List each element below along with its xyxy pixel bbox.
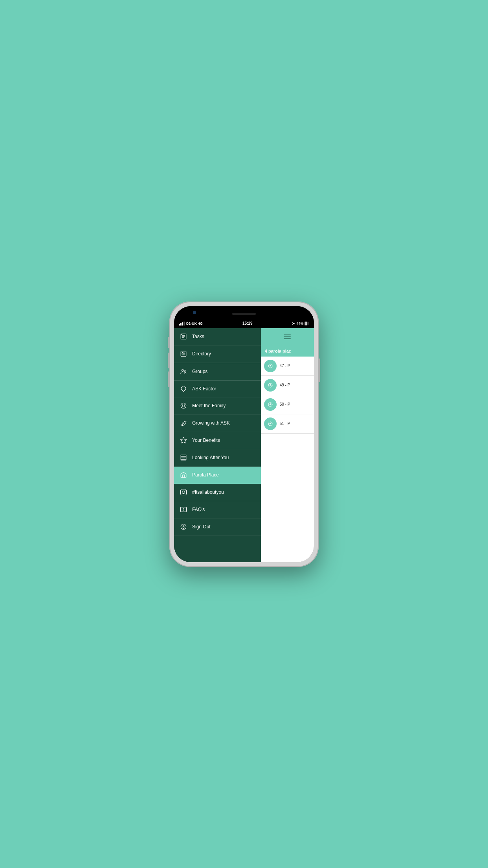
parola-item-4[interactable]: 51 - P bbox=[261, 414, 314, 434]
time-label: 15:29 bbox=[242, 321, 253, 326]
sidebar-item-your-benefits[interactable]: Your Benefits bbox=[174, 432, 261, 449]
instagram-icon bbox=[180, 488, 187, 496]
svg-point-12 bbox=[181, 403, 186, 408]
status-left: O2-UK 4G bbox=[179, 322, 203, 326]
location-icon: ➤ bbox=[292, 322, 295, 326]
phone-screen: O2-UK 4G 15:29 ➤ 44% ▓░ Tasks bbox=[174, 306, 314, 562]
sidebar-item-label: Sign Out bbox=[192, 524, 211, 530]
parola-avatar-1 bbox=[264, 360, 277, 372]
hamburger-line-3 bbox=[284, 338, 291, 339]
status-bar: O2-UK 4G 15:29 ➤ 44% ▓░ bbox=[174, 319, 314, 328]
right-panel: 4 parola plac bbox=[261, 328, 314, 562]
sidebar-item-directory[interactable]: Directory bbox=[174, 346, 261, 363]
parola-item-3[interactable]: 50 - P bbox=[261, 395, 314, 414]
sidebar-item-label: Your Benefits bbox=[192, 438, 220, 443]
parola-banner: 4 parola plac bbox=[261, 346, 314, 357]
right-panel-header bbox=[261, 328, 314, 346]
right-panel-content: 4 parola plac bbox=[261, 346, 314, 562]
sidebar-item-label: Parola Place bbox=[192, 472, 219, 478]
directory-icon bbox=[180, 350, 187, 358]
hamburger-button[interactable] bbox=[284, 335, 291, 339]
svg-point-14 bbox=[184, 405, 185, 406]
tasks-icon bbox=[180, 333, 187, 340]
hamburger-line-2 bbox=[284, 337, 291, 337]
carrier-label: O2-UK bbox=[186, 322, 197, 326]
parola-avatar-2 bbox=[264, 379, 277, 392]
sidebar-item-meet-family[interactable]: Meet the Family bbox=[174, 397, 261, 415]
sidebar-item-label: Directory bbox=[192, 351, 211, 357]
sidebar-item-faqs[interactable]: FAQ's bbox=[174, 501, 261, 519]
heart-icon bbox=[180, 385, 187, 393]
book-icon bbox=[180, 454, 187, 462]
svg-point-22 bbox=[182, 491, 185, 494]
sidebar-item-label: Looking After You bbox=[192, 455, 229, 460]
sidebar-item-label: Meet the Family bbox=[192, 403, 226, 408]
sidebar-item-label: ASK Factor bbox=[192, 386, 216, 392]
groups-icon bbox=[180, 368, 187, 375]
parola-item-label-1: 47 - P bbox=[280, 364, 290, 368]
home-icon bbox=[180, 471, 187, 479]
parola-item-label-2: 49 - P bbox=[280, 383, 290, 387]
sidebar-item-label: Groups bbox=[192, 369, 207, 374]
svg-rect-5 bbox=[181, 351, 186, 357]
parola-list: 47 - P bbox=[261, 357, 314, 434]
faq-icon bbox=[180, 506, 187, 513]
leaf-icon bbox=[180, 419, 187, 427]
sidebar-item-sign-out[interactable]: Sign Out bbox=[174, 519, 261, 536]
star-icon bbox=[180, 436, 187, 444]
parola-item-label-4: 51 - P bbox=[280, 421, 290, 426]
parola-avatar-3 bbox=[264, 398, 277, 411]
sidebar-item-groups[interactable]: Groups bbox=[174, 363, 261, 380]
signal-icon bbox=[179, 322, 185, 326]
hamburger-line-1 bbox=[284, 335, 291, 335]
sidebar-menu: Tasks Directory Groups bbox=[174, 328, 261, 562]
parola-avatar-4 bbox=[264, 417, 277, 430]
phone-frame: O2-UK 4G 15:29 ➤ 44% ▓░ Tasks bbox=[169, 302, 319, 567]
sidebar-item-ask-factor[interactable]: ASK Factor bbox=[174, 380, 261, 397]
svg-point-4 bbox=[181, 334, 182, 335]
power-icon bbox=[180, 523, 187, 531]
smiley-icon bbox=[180, 402, 187, 410]
svg-point-6 bbox=[182, 353, 183, 354]
sidebar-item-label: #Itsallaboutyou bbox=[192, 489, 224, 495]
svg-rect-21 bbox=[181, 489, 187, 495]
sidebar-item-tasks[interactable]: Tasks bbox=[174, 328, 261, 346]
battery-label: 44% bbox=[296, 322, 303, 326]
parola-item-2[interactable]: 49 - P bbox=[261, 376, 314, 395]
status-right: ➤ 44% ▓░ bbox=[292, 322, 309, 326]
sidebar-item-looking-after[interactable]: Looking After You bbox=[174, 449, 261, 467]
app-screen: Tasks Directory Groups bbox=[174, 328, 314, 562]
parola-item-label-3: 50 - P bbox=[280, 402, 290, 406]
sidebar-item-label: Growing with ASK bbox=[192, 420, 230, 426]
parola-item-1[interactable]: 47 - P bbox=[261, 357, 314, 376]
sidebar-item-itsallaboutyou[interactable]: #Itsallaboutyou bbox=[174, 484, 261, 501]
network-label: 4G bbox=[198, 322, 203, 326]
battery-icon: ▓░ bbox=[305, 322, 310, 325]
speaker bbox=[232, 313, 256, 315]
sidebar-item-growing-ask[interactable]: Growing with ASK bbox=[174, 415, 261, 432]
svg-point-10 bbox=[182, 369, 184, 371]
svg-point-13 bbox=[182, 405, 183, 406]
sidebar-item-parola-place[interactable]: Parola Place bbox=[174, 467, 261, 484]
svg-marker-16 bbox=[181, 438, 187, 443]
sidebar-item-label: FAQ's bbox=[192, 507, 205, 512]
svg-point-11 bbox=[184, 370, 185, 371]
svg-point-23 bbox=[185, 490, 185, 491]
notch bbox=[174, 306, 314, 319]
camera bbox=[193, 311, 196, 314]
sidebar-item-label: Tasks bbox=[192, 334, 204, 339]
